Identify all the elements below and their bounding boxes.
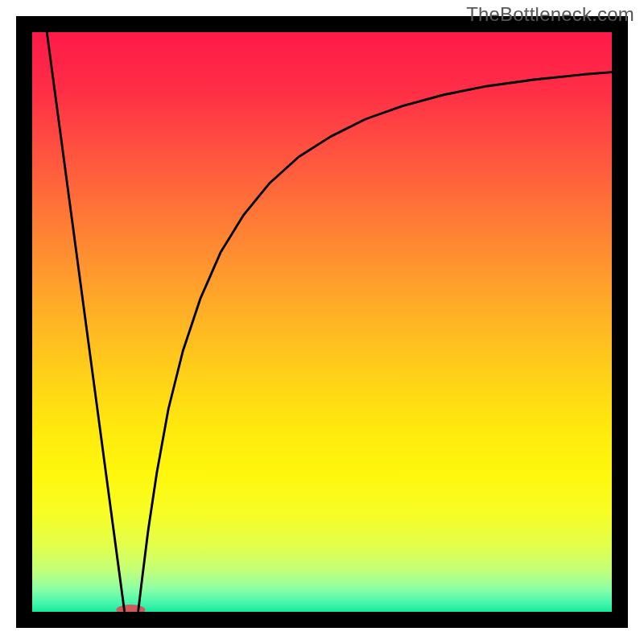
bottleneck-chart: TheBottleneck.com [0,0,644,644]
chart-svg [0,0,644,644]
watermark-text: TheBottleneck.com [466,3,634,26]
plot-background [32,32,612,612]
